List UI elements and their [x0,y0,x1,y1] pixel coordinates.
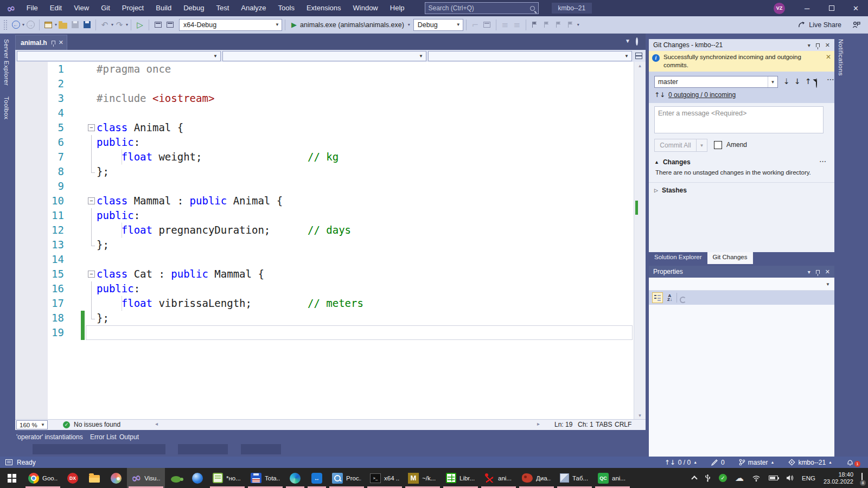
code-line-4[interactable]: 4 [15,106,634,120]
redo-dropdown[interactable]: ▾ [126,22,128,27]
eol-indicator[interactable]: CRLF [615,421,631,428]
redo-button[interactable]: ↷ [114,19,125,31]
pending-edits-button[interactable]: 0 [711,459,725,466]
sync-status-link[interactable]: 0 outgoing / 0 incoming [668,91,736,99]
toggle-bookmark-button[interactable] [529,19,540,31]
antivirus-check-icon[interactable]: ✓ [719,474,727,482]
action-center-button[interactable]: 8 [861,473,863,483]
sync-commits-button[interactable]: ↑↓0 / 0▲ [665,459,697,466]
taskbar-app-browser-orb[interactable] [187,468,208,488]
taskbar-app-terminal-x64[interactable]: >_x64 ... [366,468,404,488]
menu-item-help[interactable]: Help [384,0,411,16]
line-indicator[interactable]: Ln: 19 [554,421,572,428]
tab-output[interactable]: Output [119,433,139,441]
menu-item-project[interactable]: Project [116,0,150,16]
menu-item-file[interactable]: File [21,0,44,16]
dismiss-notification-icon[interactable]: ✕ [826,53,831,69]
branch-combobox[interactable]: master▼ [654,76,778,88]
git-changes-header[interactable]: Git Changes - kmbo--21 ▾ ✕ [649,39,834,51]
code-line-15[interactable]: 15−class Cat : public Mammal { [15,267,634,281]
code-line-9[interactable]: 9 [15,179,634,194]
properties-header[interactable]: Properties ▾ ✕ [649,266,834,278]
p-pin-icon[interactable] [816,270,820,274]
project-dropdown[interactable]: ▼ [17,51,221,61]
code-line-13[interactable]: 13}; [15,237,634,252]
clear-bookmarks-button[interactable] [565,19,576,31]
taskbar-app-chrome[interactable]: Goo... [24,468,62,488]
menu-item-analyze[interactable]: Analyze [235,0,272,16]
taskbar-app-mobaxterm[interactable]: M~/k... [404,468,442,488]
menu-item-tools[interactable]: Tools [272,0,301,16]
taskbar-app-edge[interactable] [284,468,306,488]
feedback-icon[interactable] [852,21,860,29]
solution-name-button[interactable]: kmbo--21 [552,3,592,14]
pin-icon[interactable] [816,43,820,47]
tabs-indicator[interactable]: TABS [596,421,612,428]
commit-message-input[interactable]: Enter a message <Required> [654,106,824,133]
code-line-1[interactable]: 1#pragma once [15,62,634,76]
taskbar-app-file-explorer[interactable] [84,468,105,488]
language-indicator[interactable]: ENG [802,475,815,481]
clock[interactable]: 18:40 23.02.2022 [824,471,853,485]
avatar[interactable]: VZ [774,3,785,14]
code-line-10[interactable]: 10−class Mammal : public Animal { [15,194,634,208]
expand-icon[interactable]: ▷ [654,188,658,193]
git-pull-icon[interactable]: ↓ [794,77,801,86]
taskbar-app-process-explorer[interactable]: Proc... [328,468,366,488]
changes-section-header[interactable]: ▲ Changes [654,158,691,166]
attach-button[interactable] [482,19,493,31]
save-button[interactable] [69,19,80,31]
home-window-button[interactable] [164,19,175,31]
menu-item-git[interactable]: Git [95,0,116,16]
new-project-button[interactable] [43,19,54,31]
battery-icon[interactable] [769,476,778,480]
taskbar-app-diagram-app[interactable]: Диа... [518,468,556,488]
minimize-button[interactable]: ─ [795,0,819,16]
undo-dropdown[interactable]: ▾ [111,22,113,27]
live-share-button[interactable]: Live Share [809,21,841,29]
code-line-11[interactable]: 11public: [15,208,634,223]
window-position-dropdown-icon[interactable]: ▾ [808,269,810,275]
commit-all-dropdown[interactable]: ▼ [697,139,707,152]
git-more-actions-icon[interactable]: ⋯ [827,75,835,84]
code-line-12[interactable]: 12 float pregnancyDuration; // days [15,223,634,237]
alphabetical-sort-button[interactable]: AZ↓ [667,294,672,301]
taskbar-app-total-commander[interactable]: Tota... [246,468,284,488]
taskbar-app-dx-app[interactable]: DX [62,468,84,488]
usb-icon[interactable] [705,474,711,482]
document-tab-animal-h[interactable]: animal.h ✕ [15,35,67,50]
editor-settings-gear-icon[interactable] [636,38,638,44]
prev-bookmark-button[interactable] [541,19,552,31]
zoom-level-combobox[interactable]: 160 %▼ [16,420,48,429]
taskbar-app-notepad-plus[interactable]: *но... [208,468,246,488]
menu-item-view[interactable]: View [68,0,95,16]
code-line-17[interactable]: 17 float vibrissaLength; // meters [15,296,634,311]
vertical-scrollbar[interactable]: ▴ ▾ [634,62,646,419]
tab-operator-instantiations[interactable]: 'operator' instantiations [16,433,83,441]
undo-button[interactable]: ↶ [99,19,110,31]
scroll-down-icon[interactable]: ▾ [634,413,646,418]
hscroll-left-icon[interactable]: ◂ [155,421,158,427]
properties-object-combobox[interactable]: ▼ [649,278,834,291]
code-line-7[interactable]: 7 float weight; // kg [15,150,634,164]
issues-status[interactable]: No issues found [74,421,120,428]
menu-item-window[interactable]: Window [347,0,384,16]
maximize-button[interactable] [819,0,844,16]
taskbar-app-teamviewer[interactable]: ↔ [306,468,328,488]
commit-all-button[interactable]: Commit All [654,139,697,152]
current-repo-button[interactable]: kmbo--21▲ [788,459,832,466]
close-icon[interactable]: ✕ [825,42,830,49]
code-line-16[interactable]: 16public: [15,281,634,296]
current-branch-button[interactable]: master▲ [739,459,775,466]
onedrive-cloud-icon[interactable]: ☁ [735,473,744,483]
code-line-2[interactable]: 2 [15,76,634,91]
code-line-14[interactable]: 14 [15,252,634,267]
side-tab-toolbox[interactable]: Toolbox [0,91,13,125]
run-button[interactable]: ▶ animals.exe (animals\animals.exe) ▾ [291,21,410,29]
column-indicator[interactable]: Ch: 1 [578,421,593,428]
menu-item-build[interactable]: Build [150,0,177,16]
toolbar-grip[interactable] [3,20,8,30]
fold-marker-icon[interactable]: − [88,124,95,131]
step-into-icon[interactable]: ⌐ [470,19,481,31]
close-tab-icon[interactable]: ✕ [59,39,63,46]
